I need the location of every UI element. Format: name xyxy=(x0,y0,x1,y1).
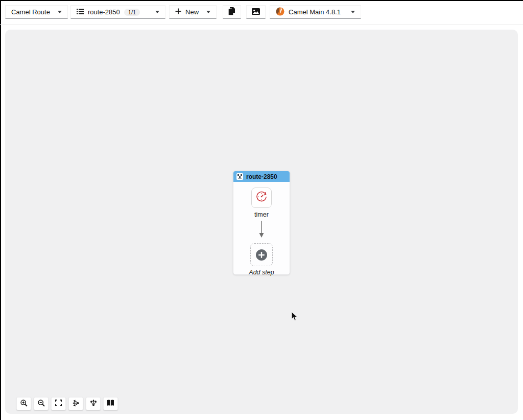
copy-source-button[interactable] xyxy=(223,5,241,19)
window-edge-left xyxy=(0,0,1,420)
new-button-label: New xyxy=(185,8,199,16)
copy-icon xyxy=(228,7,235,17)
timer-step-node[interactable] xyxy=(251,188,272,208)
chevron-down-icon xyxy=(58,11,62,13)
expand-icon xyxy=(55,400,62,408)
chevron-down-icon xyxy=(206,11,210,13)
mouse-cursor xyxy=(291,312,298,324)
catalog-button[interactable] xyxy=(103,397,118,410)
flows-toggle-label: route-2850 xyxy=(88,8,120,16)
image-icon xyxy=(252,8,260,16)
zoom-out-icon xyxy=(38,400,45,408)
plus-icon xyxy=(175,8,181,16)
chevron-down-icon xyxy=(155,11,159,13)
runtime-select-label: Camel Main 4.8.1 xyxy=(289,8,341,16)
horizontal-layout-button[interactable] xyxy=(68,397,83,410)
zoom-out-button[interactable] xyxy=(34,397,49,410)
route-group-node[interactable]: route-2850 xyxy=(233,171,290,275)
export-image-button[interactable] xyxy=(246,5,266,19)
route-group-header[interactable]: route-2850 xyxy=(233,171,290,182)
book-icon xyxy=(107,400,114,408)
zoom-in-icon xyxy=(20,400,28,408)
application-window: Camel Route route-2850 1/1 New xyxy=(0,0,523,420)
chevron-down-icon xyxy=(351,11,355,13)
add-step-label: Add step xyxy=(249,269,274,276)
dsl-select-toggle[interactable]: Camel Route xyxy=(5,5,68,19)
runtime-select-toggle[interactable]: Camel Main 4.8.1 xyxy=(270,5,361,19)
list-icon xyxy=(77,8,84,16)
vertical-layout-icon xyxy=(90,399,97,408)
plus-circle-icon xyxy=(256,249,267,261)
toolbar-divider xyxy=(0,24,523,25)
route-group-title: route-2850 xyxy=(246,173,277,180)
dsl-select-label: Camel Route xyxy=(11,8,50,16)
route-group-body: timer Add step xyxy=(233,182,290,276)
edge-arrow-icon xyxy=(258,221,265,240)
zoom-in-button[interactable] xyxy=(16,397,31,410)
flows-count-badge: 1/1 xyxy=(124,9,140,16)
route-icon xyxy=(236,173,243,180)
top-toolbar: Camel Route route-2850 1/1 New xyxy=(1,1,523,24)
horizontal-layout-icon xyxy=(72,400,80,408)
new-route-button[interactable]: New xyxy=(169,5,217,19)
camel-logo-icon xyxy=(276,7,284,17)
fit-to-screen-button[interactable] xyxy=(51,397,66,410)
timer-icon xyxy=(255,190,268,205)
canvas-control-bar xyxy=(16,397,118,410)
add-step-placeholder[interactable] xyxy=(250,243,273,266)
visualization-canvas[interactable]: route-2850 xyxy=(5,30,518,414)
vertical-layout-button[interactable] xyxy=(86,397,101,410)
flows-list-toggle[interactable]: route-2850 1/1 xyxy=(70,5,165,19)
timer-step-label: timer xyxy=(254,211,269,218)
